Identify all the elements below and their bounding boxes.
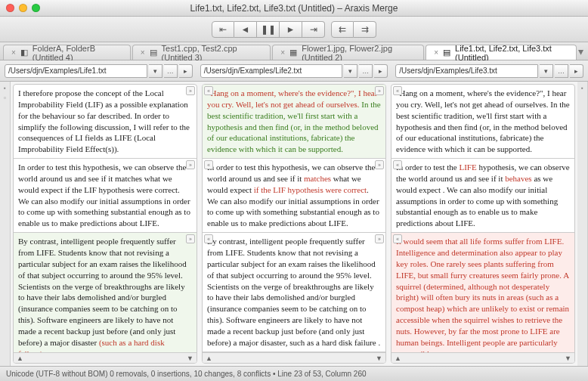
scroll-up-icon[interactable]: ▲: [206, 355, 212, 362]
pane-footer: ▲ ▼: [14, 352, 197, 363]
tab-label: Life1.txt, Life2.txt, Life3.txt (Untitle…: [455, 44, 568, 62]
statusbar: Unicode (UTF-8 without BOM) 0 removals, …: [0, 366, 588, 381]
browse-button-2[interactable]: …: [359, 64, 373, 78]
pane-3: « "Hang on a moment, where's the evidenc…: [391, 84, 575, 364]
para: « By contrast, intelligent people freque…: [203, 233, 385, 352]
para-text: I therefore propose the concept of the L…: [18, 88, 190, 153]
toolbar: ⇤ ◄ ❚❚ ► ⇥ ⇇ ⇉: [0, 17, 588, 42]
para: « In order to test the LIFE hypothesis, …: [391, 159, 574, 233]
merge-marker-icon[interactable]: «: [204, 86, 213, 95]
close-tab-icon[interactable]: ×: [280, 48, 285, 57]
folder-icon: ◧: [20, 48, 28, 57]
reveal-button-3[interactable]: ▸: [570, 64, 583, 78]
pane-2-body[interactable]: « "Hang on a moment, where's the evidenc…: [203, 85, 385, 352]
para-text: By contrast, intelligent people frequent…: [18, 237, 187, 347]
scroll-down-icon[interactable]: ▼: [565, 355, 571, 362]
merge-marker-icon[interactable]: »: [186, 234, 195, 243]
tab-label: Flower1.jpg, Flower2.jpg (Untitled 2): [302, 44, 416, 62]
gutter-icon: ▪: [581, 85, 583, 91]
merge-marker-icon[interactable]: «: [204, 234, 213, 243]
pane-2: « "Hang on a moment, where's the evidenc…: [202, 84, 386, 364]
merge-marker-icon[interactable]: »: [375, 234, 384, 243]
prev-diff-button[interactable]: ◄: [234, 21, 257, 38]
para-text: In order to test the: [396, 163, 459, 172]
para: I therefore propose the concept of the L…: [14, 85, 197, 159]
merge-marker-icon[interactable]: »: [186, 160, 195, 169]
first-diff-button[interactable]: ⇤: [212, 21, 234, 38]
para: « "Hang on a moment, where's the evidenc…: [391, 85, 574, 159]
scroll-up-icon[interactable]: ▲: [395, 355, 401, 362]
tabbar: × ◧ FolderA, FolderB (Untitled 4) × ▤ Te…: [0, 42, 588, 60]
merge-marker-icon[interactable]: »: [186, 86, 195, 95]
para-conflict: « It would seem that all life forms suff…: [391, 233, 574, 352]
browse-button-1[interactable]: …: [164, 64, 178, 78]
right-gutter: ▪: [577, 82, 588, 366]
document-icon: ▤: [150, 48, 157, 57]
merge-marker-icon[interactable]: »: [375, 86, 384, 95]
path-group-3: /Users/djn/Examples/Life3.txt ▾ … ▸: [395, 64, 583, 78]
diff-text: "Hang on a moment, where's the evidence?…: [207, 88, 377, 109]
tab-cpp-compare[interactable]: × ▤ Test1.cpp, Test2.cpp (Untitled 3): [132, 45, 271, 60]
browse-button-3[interactable]: …: [555, 64, 568, 78]
merge-marker-icon[interactable]: «: [393, 160, 402, 169]
close-tab-icon[interactable]: ×: [434, 48, 438, 57]
path-group-2: /Users/djn/Examples/Life2.txt ▾ … ▸: [200, 64, 388, 78]
path-field-1[interactable]: /Users/djn/Examples/Life1.txt: [5, 64, 147, 78]
reveal-button-1[interactable]: ▸: [179, 64, 193, 78]
pane-3-body[interactable]: « "Hang on a moment, where's the evidenc…: [391, 85, 574, 352]
status-text: Unicode (UTF-8 without BOM) 0 removals, …: [6, 370, 367, 378]
pane-1-body[interactable]: I therefore propose the concept of the L…: [14, 85, 197, 352]
close-tab-icon[interactable]: ×: [141, 48, 145, 57]
merge-right-button[interactable]: ⇉: [354, 21, 376, 38]
compare-panes: ▪ ▫ I therefore propose the concept of t…: [0, 82, 588, 366]
tab-folder-compare[interactable]: × ◧ FolderA, FolderB (Untitled 4): [3, 45, 131, 60]
scroll-up-icon[interactable]: ▲: [17, 355, 23, 362]
gutter-icon: ▫: [4, 94, 6, 101]
image-icon: ▦: [289, 48, 297, 57]
tab-label: FolderA, FolderB (Untitled 4): [32, 44, 122, 62]
merge-marker-icon[interactable]: «: [393, 234, 402, 243]
pause-button[interactable]: ❚❚: [257, 21, 280, 38]
tab-label: Test1.cpp, Test2.cpp (Untitled 3): [162, 44, 263, 62]
reveal-button-2[interactable]: ▸: [374, 64, 388, 78]
merge-marker-icon[interactable]: »: [375, 160, 384, 169]
document-icon: ▤: [443, 48, 450, 57]
diff-text: if the LIF hypothesis were correct: [254, 185, 367, 194]
diff-conflict: It would seem that all life forms suffer…: [396, 237, 569, 352]
pathbar: /Users/djn/Examples/Life1.txt ▾ … ▸ /Use…: [0, 60, 588, 82]
merge-marker-icon[interactable]: «: [393, 86, 402, 95]
nav-group: ⇤ ◄ ❚❚ ► ⇥: [212, 21, 325, 38]
window-title: Life1.txt, Life2.txt, Life3.txt (Untitle…: [0, 3, 588, 14]
path-group-1: /Users/djn/Examples/Life1.txt ▾ … ▸: [5, 64, 193, 78]
gutter-icon: ▪: [4, 85, 6, 91]
pane-footer: ▲ ▼: [203, 352, 385, 363]
add-tab-button[interactable]: ▾: [578, 45, 583, 57]
tab-life-compare[interactable]: × ▤ Life1.txt, Life2.txt, Life3.txt (Unt…: [426, 45, 577, 60]
history-dropdown-1[interactable]: ▾: [149, 64, 162, 78]
para: « "Hang on a moment, where's the evidenc…: [203, 85, 385, 159]
history-dropdown-3[interactable]: ▾: [540, 64, 553, 78]
para: By contrast, intelligent people frequent…: [14, 233, 197, 352]
para-text: By contrast, intelligent people frequent…: [207, 237, 380, 347]
para-text: "Hang on a moment, where's the evidence?…: [396, 88, 570, 153]
scroll-down-icon[interactable]: ▼: [376, 355, 382, 362]
tab-image-compare[interactable]: × ▦ Flower1.jpg, Flower2.jpg (Untitled 2…: [272, 45, 424, 60]
diff-text: matches: [304, 174, 331, 183]
diff-text: LIFE: [459, 163, 476, 172]
pane-footer: ▲ ▼: [391, 352, 574, 363]
scroll-down-icon[interactable]: ▼: [187, 355, 193, 362]
path-field-2[interactable]: /Users/djn/Examples/Life2.txt: [200, 64, 343, 78]
history-dropdown-2[interactable]: ▾: [344, 64, 357, 78]
last-diff-button[interactable]: ⇥: [302, 21, 325, 38]
close-tab-icon[interactable]: ×: [11, 48, 16, 57]
merge-marker-icon[interactable]: «: [204, 160, 213, 169]
titlebar: Life1.txt, Life2.txt, Life3.txt (Untitle…: [0, 0, 588, 17]
para: In order to test this hypothesis, we can…: [14, 159, 197, 233]
next-diff-button[interactable]: ►: [280, 21, 302, 38]
merge-left-button[interactable]: ⇇: [331, 21, 354, 38]
pane-1: I therefore propose the concept of the L…: [13, 84, 197, 364]
para: « In order to test this hypothesis, we c…: [203, 159, 385, 233]
para-text: In order to test this hypothesis, we can…: [18, 163, 190, 228]
diff-text: behaves: [505, 174, 531, 183]
path-field-3[interactable]: /Users/djn/Examples/Life3.txt: [395, 64, 538, 78]
